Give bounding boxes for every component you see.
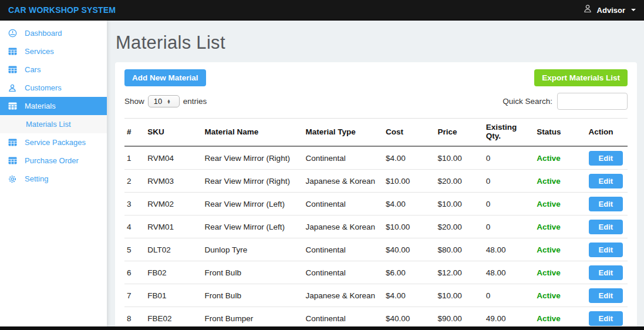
- cell-name: Rear View Mirror (Right): [203, 146, 304, 170]
- edit-button[interactable]: Edit: [589, 288, 623, 303]
- column-header: Cost: [383, 119, 435, 147]
- materials-card: Add New Material Export Materials List S…: [115, 62, 637, 330]
- cell-num: 4: [124, 215, 145, 238]
- cell-cost: $6.00: [383, 261, 435, 284]
- cell-action: Edit: [586, 215, 628, 238]
- sidebar-item-purchase-order[interactable]: Purchase Order: [0, 151, 107, 170]
- sidebar-item-label: Materials List: [26, 120, 71, 129]
- cell-type: Continental: [303, 261, 383, 284]
- materials-table: #SKUMaterial NameMaterial TypeCostPriceE…: [124, 118, 628, 330]
- sidebar-item-services[interactable]: Services: [0, 42, 107, 60]
- column-header: Price: [435, 119, 483, 147]
- cell-price: $10.00: [435, 146, 483, 170]
- sidebar-item-label: Cars: [25, 65, 41, 74]
- cell-name: Rear View Mirror (Left): [203, 193, 304, 215]
- cell-action: Edit: [586, 170, 628, 193]
- cell-qty: 0: [484, 170, 534, 193]
- cell-type: Japanese & Korean: [303, 215, 383, 238]
- cell-sku: FB01: [145, 284, 202, 307]
- cell-qty: 0: [484, 284, 534, 307]
- window-bottom-edge: [0, 326, 644, 330]
- cell-status: Active: [534, 146, 586, 170]
- cell-num: 2: [124, 170, 145, 193]
- cell-qty: 0: [484, 215, 534, 238]
- cell-sku: RVM02: [145, 193, 202, 215]
- edit-button[interactable]: Edit: [589, 220, 623, 234]
- cell-status: Active: [534, 193, 586, 215]
- cell-num: 5: [124, 238, 145, 261]
- page-title: Materials List: [107, 21, 644, 63]
- cell-type: Japanese & Korean: [303, 284, 383, 307]
- cell-name: Front Bulb: [203, 284, 304, 307]
- cell-action: Edit: [586, 238, 628, 261]
- cell-type: Continental: [303, 193, 383, 215]
- cell-cost: $10.00: [383, 170, 435, 193]
- cell-action: Edit: [586, 193, 628, 215]
- cell-type: Continental: [303, 238, 383, 261]
- user-dropdown[interactable]: Advisor: [583, 4, 636, 16]
- edit-button[interactable]: Edit: [589, 243, 623, 257]
- cell-status: Active: [534, 170, 586, 193]
- column-header: Material Type: [303, 119, 383, 147]
- column-header: Status: [534, 119, 586, 147]
- cell-status: Active: [534, 261, 586, 284]
- sidebar-item-materials-list[interactable]: Materials List: [0, 115, 107, 133]
- column-header: Existing Qty.: [484, 119, 534, 147]
- column-header: Action: [586, 119, 628, 147]
- cell-qty: 48.00: [484, 238, 534, 261]
- sidebar-item-setting[interactable]: Setting: [0, 170, 107, 188]
- sidebar-item-dashboard[interactable]: Dashboard: [0, 24, 107, 42]
- sidebar-item-customers[interactable]: Customers: [0, 79, 107, 97]
- sidebar-item-service-packages[interactable]: Service Packages: [0, 133, 107, 151]
- quick-search-input[interactable]: [557, 93, 628, 110]
- gear-icon: [8, 175, 17, 183]
- edit-button[interactable]: Edit: [589, 174, 623, 188]
- edit-button[interactable]: Edit: [589, 311, 623, 326]
- sidebar-item-materials[interactable]: Materials: [0, 97, 107, 115]
- cell-name: Rear View Mirror (Left): [203, 215, 304, 238]
- cell-price: $10.00: [435, 193, 483, 215]
- cell-price: $12.00: [435, 261, 483, 284]
- person-icon: [8, 84, 17, 92]
- export-materials-button[interactable]: Export Materials List: [534, 69, 628, 86]
- sidebar-item-label: Dashboard: [25, 29, 62, 38]
- cell-status: Active: [534, 284, 586, 307]
- main-content: Materials List Add New Material Export M…: [107, 21, 644, 330]
- cell-name: Rear View Mirror (Right): [203, 170, 304, 193]
- cell-status: Active: [534, 215, 586, 238]
- cell-qty: 0: [484, 146, 534, 170]
- edit-button[interactable]: Edit: [589, 197, 623, 211]
- edit-button[interactable]: Edit: [589, 151, 623, 166]
- quick-search-label: Quick Search:: [503, 97, 552, 106]
- cell-price: $20.00: [435, 215, 483, 238]
- table-row: 6FB02Front BulbContinental$6.00$12.0048.…: [124, 261, 628, 284]
- cell-name: Dunlop Tyre: [203, 238, 304, 261]
- cell-type: Japanese & Korean: [303, 170, 383, 193]
- table-icon: [8, 157, 17, 164]
- app-brand[interactable]: CAR WORKSHOP SYSTEM: [8, 5, 116, 15]
- table-icon: [8, 66, 17, 73]
- table-row: 3RVM02Rear View Mirror (Left)Continental…: [124, 193, 628, 215]
- sidebar-item-cars[interactable]: Cars: [0, 60, 107, 79]
- cell-action: Edit: [586, 146, 628, 170]
- cell-cost: $4.00: [383, 146, 435, 170]
- stepper-icon: ▲▼: [167, 99, 170, 104]
- cell-price: $20.00: [435, 170, 483, 193]
- cell-num: 1: [124, 146, 145, 170]
- user-icon: [583, 4, 592, 16]
- page-size-value: 10: [154, 97, 162, 106]
- sidebar-nav: DashboardServicesCarsCustomersMaterialsM…: [0, 21, 107, 326]
- edit-button[interactable]: Edit: [589, 265, 623, 280]
- cell-cost: $10.00: [383, 215, 435, 238]
- show-entries-control: Show 10 ▲▼ entries: [124, 95, 207, 107]
- cell-action: Edit: [586, 261, 628, 284]
- page-size-select[interactable]: 10 ▲▼: [148, 95, 180, 107]
- cell-action: Edit: [586, 284, 628, 307]
- sidebar-item-label: Setting: [25, 174, 48, 183]
- table-row: 1RVM04Rear View Mirror (Right)Continenta…: [124, 146, 628, 170]
- add-new-material-button[interactable]: Add New Material: [124, 69, 206, 86]
- table-row: 7FB01Front BulbJapanese & Korean$4.00$10…: [124, 284, 628, 307]
- cell-sku: RVM03: [145, 170, 202, 193]
- sidebar-item-label: Purchase Order: [25, 156, 79, 165]
- chevron-down-icon: [631, 9, 636, 11]
